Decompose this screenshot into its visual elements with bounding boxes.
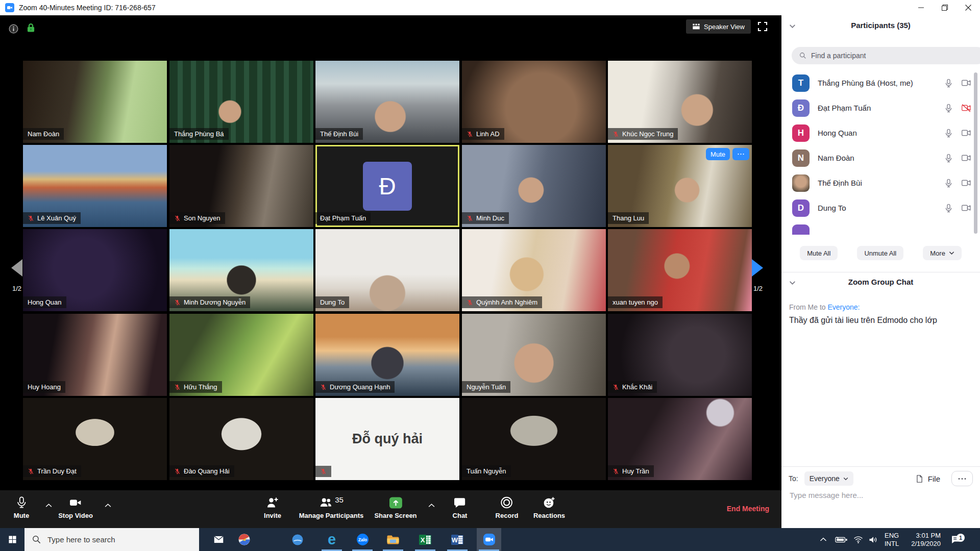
mic-icon[interactable] (944, 128, 953, 138)
round-app-taskbar-icon[interactable] (285, 528, 310, 551)
speaker-icon[interactable] (868, 528, 878, 551)
mic-icon[interactable] (944, 203, 953, 213)
video-tile[interactable]: xuan tuyen ngo (608, 229, 752, 311)
video-tile[interactable]: Son Nguyen (169, 145, 313, 227)
previous-page-arrow[interactable] (11, 259, 22, 277)
record-button[interactable]: Record (496, 495, 519, 519)
camera-icon[interactable] (961, 178, 972, 188)
participant-row[interactable]: ĐĐạt Phạm Tuấn (781, 95, 980, 120)
video-tile[interactable]: Dung To (315, 229, 459, 311)
video-tile[interactable]: ĐĐạt Phạm Tuấn (315, 145, 459, 227)
video-tile[interactable]: Đào Quang Hải (169, 398, 313, 480)
chat-more-button[interactable] (951, 471, 973, 486)
camera-icon[interactable] (961, 203, 972, 213)
share-screen-button[interactable]: Share Screen (374, 495, 416, 519)
tile-hover-controls: Mute (706, 148, 749, 160)
language-indicator[interactable]: ENGINTL (885, 528, 899, 551)
speaker-view-button[interactable]: Speaker View (686, 19, 751, 34)
chat-button[interactable]: Chat (453, 495, 468, 519)
participant-row[interactable]: Thế Định Bùi (781, 170, 980, 195)
reactions-button[interactable]: Reactions (533, 495, 565, 519)
participant-row[interactable] (781, 220, 980, 235)
tile-more-button[interactable] (732, 148, 749, 160)
close-button[interactable] (957, 0, 980, 15)
search-icon (799, 52, 807, 62)
more-button[interactable]: More (923, 246, 962, 260)
video-tile[interactable]: Minh Dương Nguyễn (169, 229, 313, 311)
zalo-taskbar-icon[interactable]: Zalo (350, 528, 375, 551)
stop-video-button[interactable]: Stop Video (58, 495, 93, 519)
camera-icon[interactable] (961, 153, 972, 163)
stop-video-options-chevron[interactable] (104, 502, 112, 509)
tile-mute-button[interactable]: Mute (706, 148, 730, 160)
video-tile[interactable]: Khúc Ngọc Trung (608, 61, 752, 143)
recipient-dropdown[interactable]: Everyone (804, 471, 853, 486)
video-tile[interactable]: Huy Hoang (23, 314, 167, 396)
restore-button[interactable] (933, 0, 957, 15)
camera-icon[interactable] (961, 128, 972, 138)
tray-chevron-up-icon[interactable] (820, 528, 827, 551)
end-meeting-button[interactable]: End Meeting (724, 504, 772, 513)
video-tile[interactable]: Khắc Khải (608, 314, 752, 396)
mic-icon[interactable] (944, 103, 953, 113)
search-input[interactable] (792, 47, 980, 64)
zoom-taskbar-icon[interactable] (477, 528, 501, 551)
video-tile[interactable]: Tuấn Nguyễn (462, 398, 606, 480)
video-tile[interactable]: Dương Quang Hạnh (315, 314, 459, 396)
excel-taskbar-icon[interactable]: X (413, 528, 437, 551)
video-tile[interactable]: Hong Quan (23, 229, 167, 311)
start-button[interactable] (0, 528, 24, 551)
participant-name-label: Huy Trần (608, 465, 654, 477)
video-tile[interactable]: Thắng Phùng Bá (169, 61, 313, 143)
file-button[interactable]: File (912, 473, 943, 484)
manage-participants-button[interactable]: 35Manage Participants (299, 495, 363, 519)
mute-options-chevron[interactable] (45, 502, 53, 509)
mic-icon[interactable] (944, 178, 953, 188)
battery-icon[interactable] (835, 528, 848, 551)
video-tile[interactable]: Trần Duy Đạt (23, 398, 167, 480)
participant-row[interactable]: NNam Đoàn (781, 145, 980, 170)
participant-row[interactable]: HHong Quan (781, 120, 980, 145)
taskbar-search[interactable]: Type here to search (24, 528, 199, 551)
edge-browser-taskbar-icon[interactable]: e (320, 528, 344, 551)
video-tile[interactable]: Thế Định Bùi (315, 61, 459, 143)
minimize-button[interactable] (910, 0, 933, 15)
fullscreen-icon[interactable] (756, 20, 769, 34)
media-disc-taskbar-icon[interactable] (232, 528, 256, 551)
camera-icon[interactable] (961, 78, 972, 88)
unmute-all-button[interactable]: Unmute All (857, 246, 903, 260)
participant-row[interactable]: DDung To (781, 195, 980, 220)
wifi-icon[interactable] (853, 528, 863, 551)
mic-icon[interactable] (944, 78, 953, 88)
video-tile[interactable]: Hữu Thắng (169, 314, 313, 396)
mail-taskbar-icon[interactable] (206, 528, 231, 551)
word-taskbar-icon[interactable]: W (445, 528, 470, 551)
next-page-arrow[interactable] (752, 259, 763, 277)
chat-input[interactable]: Type message here... (790, 491, 863, 499)
stop-video-label: Stop Video (58, 512, 93, 519)
file-explorer-taskbar-icon[interactable] (381, 528, 405, 551)
mute-button[interactable]: Mute (14, 495, 29, 519)
video-tile[interactable]: Quỳnhh Anh Nghiêm (462, 229, 606, 311)
video-tile[interactable]: Linh AD (462, 61, 606, 143)
video-tile[interactable]: Đỗ quý hải (315, 398, 459, 480)
clock[interactable]: 3:01 PM2/19/2020 (911, 528, 941, 551)
participants-scrollbar[interactable] (974, 72, 977, 234)
video-tile[interactable]: Nam Đoàn (23, 61, 167, 143)
to-label: To: (789, 474, 798, 483)
video-tile[interactable]: Minh Duc (462, 145, 606, 227)
video-tile[interactable]: Mute Thang Luu (608, 145, 752, 227)
chat-recipient-link[interactable]: Everyone: (827, 303, 860, 311)
camera-off-icon[interactable] (961, 103, 972, 113)
mic-icon[interactable] (944, 153, 953, 163)
mute-all-button[interactable]: Mute All (800, 246, 838, 260)
video-tile[interactable]: Lê Xuân Quý (23, 145, 167, 227)
participant-row[interactable]: TThắng Phùng Bá (Host, me) (781, 70, 980, 95)
participant-name-label: Son Nguyen (169, 212, 225, 224)
notification-center-icon[interactable]: 1 (950, 528, 961, 551)
invite-button[interactable]: Invite (264, 495, 281, 519)
video-tile[interactable]: Nguyễn Tuấn (462, 314, 606, 396)
meeting-info-icon[interactable] (8, 23, 19, 36)
share-screen-options-chevron[interactable] (428, 502, 435, 509)
video-tile[interactable]: Huy Trần (608, 398, 752, 480)
